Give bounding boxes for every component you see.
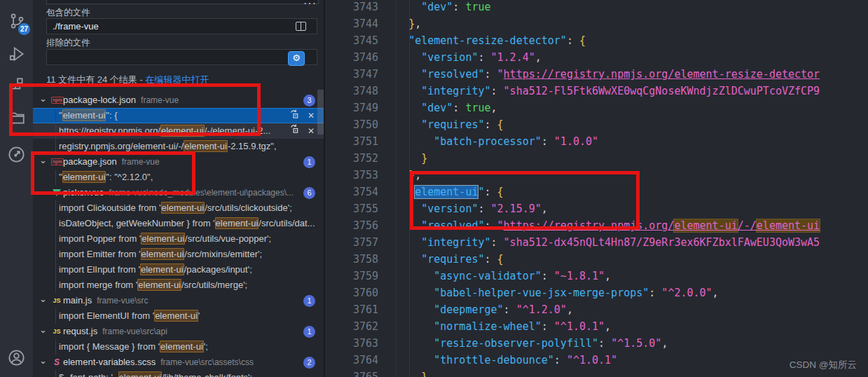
file-path: frame-vue\node_modules\element-ui\packag… [109, 188, 294, 198]
extensions-icon[interactable] [0, 70, 33, 101]
line-number: 3744 [325, 15, 378, 32]
file-name: package.json [63, 156, 117, 167]
search-result-match-row[interactable]: "element-ui": {✕ [33, 108, 324, 123]
code-line[interactable]: 3762 "normalize-wheel": "^1.0.1", [325, 318, 868, 335]
replace-icon[interactable] [288, 109, 299, 123]
line-number: 3763 [325, 335, 378, 352]
search-result-file-row[interactable]: ⌄picker.vueframe-vue\node_modules\elemen… [33, 185, 324, 200]
code-line[interactable]: 3765 } [325, 369, 868, 377]
match-text: import { Message } from 'element-ui'; [59, 341, 208, 352]
match-text: import Popper from 'element-ui/src/utils… [59, 233, 271, 244]
match-text: "element-ui": "^2.12.0", [59, 172, 153, 182]
match-count-badge: 1 [303, 156, 315, 168]
code-line[interactable]: 3756 "resolved": "https://registry.npmjs… [325, 217, 868, 234]
sass-file-icon: S [51, 355, 62, 370]
code-line[interactable]: 3752 } [325, 150, 868, 167]
chevron-down-icon[interactable]: ⌄ [39, 154, 47, 168]
use-exclude-settings-toggle[interactable]: ⚙ [288, 51, 305, 66]
timeline-icon[interactable] [0, 139, 33, 170]
search-result-match-row[interactable]: import ElInput from 'element-ui/packages… [33, 262, 324, 277]
code-line[interactable]: 3757 "integrity": "sha512-dx45nQLt4Hn87/… [325, 234, 868, 251]
match-count-badge: 2 [303, 357, 315, 369]
open-in-editor-link[interactable]: 在编辑器中打开 [145, 74, 209, 85]
chevron-down-icon[interactable]: ⌄ [39, 293, 47, 307]
match-text: import Emitter from 'element-ui/src/mixi… [59, 249, 262, 259]
search-result-file-row[interactable]: ⌄npmpackage.jsonframe-vue1 [33, 154, 324, 170]
match-text: $--font-path: '~element-ui/lib/theme-cha… [59, 372, 252, 377]
search-result-match-row[interactable]: $--font-path: '~element-ui/lib/theme-cha… [33, 370, 324, 377]
chevron-down-icon[interactable]: ⌄ [39, 324, 47, 338]
code-line[interactable]: 3760 "babel-helper-vue-jsx-merge-props":… [325, 285, 868, 301]
file-name: requst.js [63, 326, 97, 336]
source-control-icon[interactable]: 27 [0, 6, 33, 36]
search-result-file-row[interactable]: ⌄Selement-variables.scssframe-vue\src\as… [33, 355, 324, 370]
exclude-files-input[interactable] [46, 49, 317, 65]
search-result-match-row[interactable]: https://registry.npmjs.org/element-ui/-/… [33, 123, 324, 139]
match-text: https://registry.npmjs.org/element-ui/-/… [59, 125, 270, 136]
dismiss-icon[interactable]: ✕ [305, 109, 317, 123]
search-result-match-row[interactable]: import ElementUI from 'element-ui' [33, 308, 324, 324]
match-text: import ElInput from 'element-ui/packages… [59, 264, 252, 275]
run-debug-icon[interactable] [0, 39, 33, 69]
search-result-match-row[interactable]: import merge from 'element-ui/src/utils/… [33, 277, 324, 293]
line-number: 3745 [325, 32, 378, 49]
search-result-match-row[interactable]: import { Message } from 'element-ui'; [33, 339, 324, 355]
include-files-input[interactable]: ./frame-vue [46, 18, 317, 34]
line-number: 3761 [325, 301, 378, 318]
code-line[interactable]: 3744 }, [325, 15, 868, 32]
chevron-down-icon[interactable]: ⌄ [39, 355, 47, 369]
code-line[interactable]: 3761 "deepmerge": "^1.2.0", [325, 301, 868, 318]
account-icon[interactable] [0, 342, 33, 373]
line-number: 3765 [325, 369, 378, 377]
search-result-file-row[interactable]: ⌄JSrequst.jsframe-vue\src\api1 [33, 324, 324, 339]
code-line[interactable]: 3753 }, [325, 167, 868, 184]
code-line[interactable]: 3749 "dev": true, [325, 100, 868, 116]
search-result-match-row[interactable]: isDateObject, getWeekNumber } from 'elem… [33, 216, 324, 231]
search-result-match-row[interactable]: registry.npmjs.org/element-ui/-/element-… [33, 139, 324, 154]
replace-input-partial[interactable] [46, 0, 319, 4]
line-number: 3752 [325, 150, 378, 167]
match-text: registry.npmjs.org/element-ui/-/element-… [59, 141, 277, 151]
line-number: 3750 [325, 116, 378, 133]
file-path: frame-vue\src [97, 296, 148, 306]
code-line[interactable]: 3751 "batch-processor": "1.0.0" [325, 133, 868, 150]
match-text: isDateObject, getWeekNumber } from 'elem… [59, 218, 315, 228]
open-editors-toggle-icon[interactable] [296, 22, 306, 31]
code-line[interactable]: 3763 "resize-observer-polyfill": "^1.5.0… [325, 335, 868, 352]
replace-icon[interactable] [288, 123, 299, 139]
line-number: 3749 [325, 100, 378, 116]
folder-icon[interactable] [0, 102, 33, 133]
search-result-match-row[interactable]: "element-ui": "^2.12.0", [33, 170, 324, 185]
code-line[interactable]: 3758 "requires": { [325, 251, 868, 268]
code-line[interactable]: 3755 "version": "2.15.9", [325, 200, 868, 217]
line-number: 3762 [325, 318, 378, 335]
sidebar-scrollbar[interactable] [317, 90, 324, 135]
sidebar-editor-sash[interactable] [324, 0, 325, 377]
chevron-down-icon[interactable]: ⌄ [39, 185, 47, 199]
more-actions-icon[interactable]: ··· [303, 0, 317, 10]
search-result-match-row[interactable]: import Clickoutside from 'element-ui/src… [33, 200, 324, 216]
chevron-down-icon[interactable]: ⌄ [39, 92, 47, 107]
npm-file-icon: npm [51, 154, 62, 170]
code-line[interactable]: 3747 "resolved": "https://registry.npmjs… [325, 66, 868, 83]
code-line[interactable]: 3745 "element-resize-detector": { [325, 32, 868, 49]
search-result-file-row[interactable]: ⌄JSmain.jsframe-vue\src1 [33, 293, 324, 308]
match-count-badge: 1 [303, 326, 315, 338]
line-number: 3757 [325, 234, 378, 251]
code-line[interactable]: 3743 "dev": true [325, 0, 868, 15]
line-number: 3759 [325, 268, 378, 285]
search-result-match-row[interactable]: import Emitter from 'element-ui/src/mixi… [33, 247, 324, 262]
code-line[interactable]: 3764 "throttle-debounce": "^1.0.1" [325, 352, 868, 369]
file-name: picker.vue [63, 187, 104, 198]
search-result-file-row[interactable]: ⌄npmpackage-lock.jsonframe-vue3 [33, 92, 324, 108]
code-line[interactable]: 3759 "async-validator": "~1.8.1", [325, 268, 868, 285]
code-line[interactable]: 3748 "integrity": "sha512-Fl5Ftk6WwXE0wq… [325, 83, 868, 100]
code-line[interactable]: 3750 "requires": { [325, 116, 868, 133]
code-line[interactable]: 3746 "version": "1.2.4", [325, 49, 868, 66]
line-number: 3753 [325, 167, 378, 184]
code-line[interactable]: 3754 "element-ui": { [325, 184, 868, 200]
include-files-label: 包含的文件 [46, 7, 90, 19]
editor-pane[interactable]: 3743 "dev": true3744 },3745 "element-res… [325, 0, 868, 377]
search-result-match-row[interactable]: import Popper from 'element-ui/src/utils… [33, 231, 324, 247]
dismiss-icon[interactable]: ✕ [305, 123, 317, 139]
